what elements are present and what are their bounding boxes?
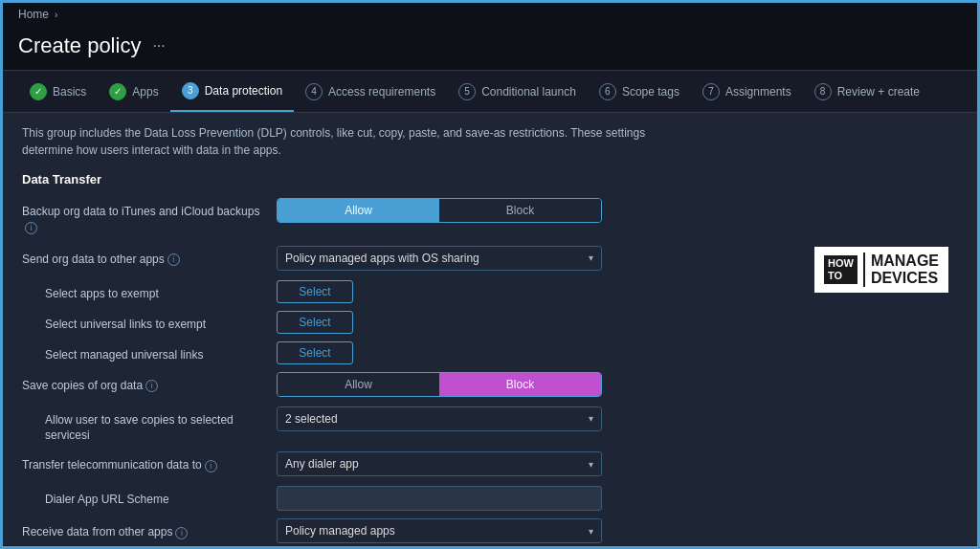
setting-row-select-managed-links: Select managed universal linksSelect [45, 341, 958, 364]
wizard-step-review-create[interactable]: 8Review + create [803, 71, 931, 112]
step-circle-access-requirements: 4 [305, 83, 323, 100]
info-icon-backup-org-data[interactable]: i [25, 222, 37, 234]
ellipsis-button[interactable]: ··· [148, 35, 168, 56]
wizard-step-basics[interactable]: ✓Basics [18, 71, 98, 112]
info-icon-receive-data[interactable]: i [175, 527, 188, 539]
setting-row-allow-save-copies: Allow user to save copies to selected se… [45, 406, 958, 445]
setting-control-dialer-url [277, 486, 602, 511]
dropdown-value-send-org-data: Policy managed apps with OS sharing [285, 252, 479, 265]
section-title: Data Transfer [22, 172, 958, 187]
setting-label-save-copies: Save copies of org datai [22, 372, 261, 394]
wizard-step-data-protection[interactable]: 3Data protection [170, 71, 294, 112]
setting-control-receive-data: Policy managed apps▾ [277, 518, 602, 543]
toggle-group-save-copies: AllowBlock [277, 372, 602, 397]
setting-label-select-managed-links: Select managed universal links [45, 341, 261, 363]
setting-row-dialer-url: Dialer App URL Scheme [45, 486, 958, 511]
wizard-step-conditional-launch[interactable]: 5Conditional launch [447, 71, 588, 112]
watermark-divider [863, 253, 865, 287]
setting-control-save-copies: AllowBlock [277, 372, 602, 397]
setting-control-transfer-telecom: Any dialer app▾ [277, 451, 602, 476]
info-icon-save-copies[interactable]: i [145, 380, 158, 392]
top-bar: Home › [3, 3, 977, 26]
step-label-assignments: Assignments [725, 85, 791, 99]
content-area: This group includes the Data Loss Preven… [3, 113, 977, 545]
block-btn-save-copies[interactable]: Block [439, 373, 601, 396]
page-title: Create policy [18, 33, 141, 58]
allow-btn-save-copies[interactable]: Allow [278, 373, 439, 396]
setting-label-select-apps-exempt: Select apps to exempt [45, 280, 261, 302]
info-icon-send-org-data[interactable]: i [167, 253, 180, 266]
step-circle-assignments: 7 [702, 83, 720, 100]
step-circle-conditional-launch: 5 [458, 83, 476, 100]
info-icon-allow-save-copies[interactable]: i [87, 428, 90, 442]
setting-control-select-managed-links: Select [277, 341, 602, 364]
select-btn-select-apps-exempt[interactable]: Select [277, 280, 353, 303]
description-text: This group includes the Data Loss Preven… [22, 124, 673, 159]
dropdown-receive-data[interactable]: Policy managed apps▾ [277, 518, 602, 543]
step-circle-data-protection: 3 [182, 82, 199, 99]
watermark: HOWTO MANAGE DEVICES [814, 247, 948, 293]
setting-label-select-universal-links: Select universal links to exempt [45, 311, 261, 333]
step-circle-scope-tags: 6 [599, 83, 616, 100]
setting-control-allow-save-copies: 2 selected▾ [277, 406, 602, 431]
wizard-step-apps[interactable]: ✓Apps [98, 71, 169, 112]
step-label-access-requirements: Access requirements [328, 85, 435, 99]
wizard-step-assignments[interactable]: 7Assignments [691, 71, 803, 112]
watermark-text: MANAGE DEVICES [871, 253, 939, 286]
setting-row-receive-data: Receive data from other appsiPolicy mana… [22, 518, 958, 543]
breadcrumb-chevron: › [55, 10, 57, 20]
setting-row-backup-org-data: Backup org data to iTunes and iCloud bac… [22, 198, 958, 236]
setting-control-send-org-data: Policy managed apps with OS sharing▾ [277, 246, 602, 271]
home-link[interactable]: Home [18, 8, 49, 21]
chevron-down-icon-receive-data: ▾ [589, 526, 593, 537]
setting-control-select-apps-exempt: Select [277, 280, 602, 303]
dropdown-allow-save-copies[interactable]: 2 selected▾ [277, 406, 602, 431]
step-circle-apps: ✓ [109, 83, 126, 100]
setting-control-backup-org-data: AllowBlock [277, 198, 602, 223]
select-btn-select-managed-links[interactable]: Select [277, 341, 353, 364]
step-label-apps: Apps [132, 85, 158, 99]
toggle-group-backup-org-data: AllowBlock [277, 198, 602, 223]
select-btn-select-universal-links[interactable]: Select [277, 311, 353, 334]
setting-label-dialer-url: Dialer App URL Scheme [45, 486, 261, 508]
step-label-review-create: Review + create [837, 85, 920, 99]
setting-label-transfer-telecom: Transfer telecommunication data toi [22, 451, 261, 473]
dropdown-value-transfer-telecom: Any dialer app [285, 457, 359, 471]
setting-label-send-org-data: Send org data to other appsi [22, 246, 261, 268]
setting-label-backup-org-data: Backup org data to iTunes and iCloud bac… [22, 198, 261, 236]
setting-label-allow-save-copies: Allow user to save copies to selected se… [45, 406, 261, 445]
dropdown-send-org-data[interactable]: Policy managed apps with OS sharing▾ [277, 246, 602, 271]
step-label-basics: Basics [53, 85, 86, 99]
step-label-conditional-launch: Conditional launch [481, 85, 576, 99]
page-title-bar: Create policy ··· [3, 26, 977, 71]
watermark-how: HOWTO [824, 255, 858, 284]
setting-control-select-universal-links: Select [277, 311, 602, 334]
text-input-dialer-url[interactable] [277, 486, 602, 511]
allow-btn-backup-org-data[interactable]: Allow [278, 199, 439, 222]
dropdown-value-receive-data: Policy managed apps [285, 524, 395, 538]
step-circle-review-create: 8 [814, 83, 832, 100]
chevron-down-icon-transfer-telecom: ▾ [589, 459, 593, 470]
step-label-data-protection: Data protection [205, 84, 282, 98]
setting-row-transfer-telecom: Transfer telecommunication data toiAny d… [22, 451, 958, 476]
dropdown-value-allow-save-copies: 2 selected [285, 412, 338, 426]
chevron-down-icon-send-org-data: ▾ [589, 253, 593, 263]
step-label-scope-tags: Scope tags [622, 85, 679, 99]
wizard-nav: ✓Basics✓Apps3Data protection4Access requ… [3, 71, 977, 113]
dropdown-transfer-telecom[interactable]: Any dialer app▾ [277, 451, 602, 476]
setting-label-receive-data: Receive data from other appsi [22, 518, 261, 540]
setting-row-select-universal-links: Select universal links to exemptSelect [45, 311, 958, 334]
wizard-step-scope-tags[interactable]: 6Scope tags [588, 71, 691, 112]
info-icon-transfer-telecom[interactable]: i [205, 460, 217, 472]
block-btn-backup-org-data[interactable]: Block [439, 199, 601, 222]
setting-row-save-copies: Save copies of org dataiAllowBlock [22, 372, 958, 397]
step-circle-basics: ✓ [30, 83, 47, 100]
chevron-down-icon-allow-save-copies: ▾ [589, 413, 593, 424]
wizard-step-access-requirements[interactable]: 4Access requirements [294, 71, 447, 112]
